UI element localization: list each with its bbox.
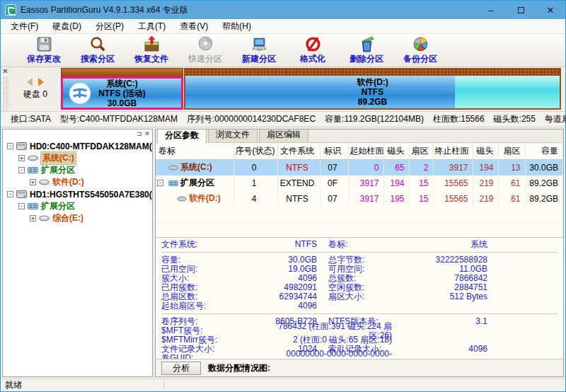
tree-item-system-c[interactable]: + 系统(C:) (6, 152, 152, 164)
col-start-head: 磁头 (383, 143, 409, 160)
format-button[interactable]: 格式化 (291, 35, 335, 65)
collapse-icon[interactable]: - (7, 143, 13, 149)
menu-partition[interactable]: 分区(P) (88, 19, 131, 34)
table-header-row: 卷标 序号(状态) 文件系统 标识 起始柱面 磁头 扇区 终止柱面 磁头 扇区 … (156, 143, 563, 160)
disk-nav: 硬盘 0 (10, 67, 61, 111)
extended-region-cap (185, 68, 560, 76)
disk-icon (16, 190, 27, 198)
device-tree-panel: ⊐ ✕ - HD0:C400-MTFDDAK128MAM(119 + 系统(C:… (2, 129, 153, 377)
partition-icon (39, 179, 50, 185)
disk-panel-grip[interactable]: ✕ (1, 67, 10, 111)
col-end-head: 磁头 (473, 143, 498, 160)
disk-panel-close-icon[interactable]: ✕ (2, 68, 8, 75)
partition-icon (168, 165, 178, 171)
col-seq-status: 序号(状态) (233, 143, 277, 160)
tree-item-extended-hd0[interactable]: - 扩展分区 (6, 164, 152, 176)
recover-files-button[interactable]: 恢复文件 (129, 35, 173, 65)
maximize-button[interactable] (506, 1, 536, 19)
menu-disk[interactable]: 硬盘(D) (45, 19, 88, 34)
drag-handle[interactable] (4, 77, 7, 111)
table-row-empty (156, 207, 563, 222)
analyze-button[interactable]: 分析 (161, 362, 201, 375)
panel-close-icon[interactable]: ✕ (144, 130, 150, 139)
minimize-button[interactable]: – (476, 1, 506, 19)
status-text: 就绪 (5, 379, 22, 391)
col-start-cyl: 起始柱面 (348, 143, 383, 160)
col-end-sector: 扇区 (498, 143, 525, 160)
toolbar: 保存更改 搜索分区 恢复文件 快速分区 新建分区 格式化 删除分区 备份分区 (1, 34, 565, 67)
collapse-icon[interactable]: - (18, 167, 25, 173)
detail-label: 起始扇区号: (161, 301, 262, 311)
delete-partition-icon (358, 35, 376, 53)
detail-value: 4096 (262, 301, 317, 311)
detail-value: 512 Bytes (406, 292, 487, 301)
new-partition-button[interactable]: 新建分区 (237, 35, 281, 65)
expand-icon[interactable]: + (30, 215, 36, 221)
close-button[interactable]: ✕ (536, 1, 565, 19)
detail-value: NTFS (262, 240, 317, 249)
tree-item-general-e[interactable]: + 综合(E:) (6, 212, 152, 224)
tab-sector-edit[interactable]: 扇区编辑 (259, 129, 308, 142)
collapse-icon[interactable]: - (18, 203, 25, 209)
menu-tools[interactable]: 工具(T) (131, 19, 173, 34)
partition-d-fs: NTFS (185, 87, 560, 97)
delete-partition-button[interactable]: 删除分区 (345, 35, 388, 65)
expand-icon[interactable]: + (30, 179, 36, 185)
detail-value: 4096 (406, 345, 487, 354)
partition-icon (177, 196, 187, 202)
disk-bar: 系统(C:) NTFS (活动) 30.0GB 软件(D:) NTFS 89.2… (61, 67, 565, 111)
backup-partition-button[interactable]: 备份分区 (398, 35, 442, 65)
tab-browse-files[interactable]: 浏览文件 (208, 129, 258, 142)
analyze-row: 分析 数据分配情况图: (156, 359, 563, 376)
allocation-map-label: 数据分配情况图: (208, 362, 270, 374)
save-changes-icon (35, 35, 53, 53)
detail-value: 系统 (406, 240, 487, 249)
divider (161, 313, 558, 314)
tree-item-extended-hd1[interactable]: - 扩展分区 (6, 200, 152, 212)
window-title: Eassos PartitionGuru V4.9.1.334 x64 专业版 (21, 4, 476, 16)
panel-float-icon[interactable]: ⊐ (137, 130, 142, 139)
maximize-icon (518, 7, 524, 13)
disk-interface: 接口:SATA (11, 113, 51, 125)
col-volume-label: 卷标 (156, 143, 233, 160)
partition-block-c[interactable]: 系统(C:) NTFS (活动) 30.0GB (61, 76, 183, 110)
partition-detail-panel: 分区参数 浏览文件 扇区编辑 卷标 序号(状态) 文件系统 标识 起始柱面 磁头 (155, 129, 564, 377)
table-row-software-d[interactable]: 软件(D:) 4 NTFS 07 3917 195 15 15565 219 6… (156, 191, 563, 207)
search-partition-button[interactable]: 搜索分区 (76, 35, 120, 65)
menu-help[interactable]: 帮助(H) (215, 19, 258, 34)
disk-heads: 磁头数:255 (494, 113, 536, 125)
quick-partition-button[interactable]: 快速分区 (183, 35, 227, 65)
partition-block-d[interactable]: 软件(D:) NTFS 89.2GB (185, 76, 560, 108)
extended-partition-group: 软件(D:) NTFS 89.2GB (184, 68, 561, 110)
collapse-icon[interactable]: - (7, 191, 13, 197)
collapse-icon[interactable]: - (157, 180, 163, 186)
new-partition-icon (250, 35, 268, 53)
table-row-system-c[interactable]: 系统(C:) 0 NTFS 07 0 65 2 3917 194 13 30.0… (156, 160, 563, 175)
menu-view[interactable]: 查看(V) (173, 19, 215, 34)
detail-value: 00000000-0000-0000-0000-000000000000 (262, 350, 392, 359)
tree-item-software-d[interactable]: + 软件(D:) (6, 176, 152, 188)
tree-item-hd0[interactable]: - HD0:C400-MTFDDAK128MAM(119 (6, 140, 152, 152)
col-id: 标识 (320, 143, 348, 160)
expand-icon[interactable]: + (18, 155, 25, 161)
menu-file[interactable]: 文件(F) (4, 19, 45, 34)
format-icon (304, 35, 322, 53)
partition-table: 卷标 序号(状态) 文件系统 标识 起始柱面 磁头 扇区 终止柱面 磁头 扇区 … (156, 143, 563, 237)
prev-disk-arrow-icon[interactable] (27, 78, 33, 86)
table-row-extended[interactable]: -扩展分区 1 EXTEND 0F 3917 194 15 15565 219 … (156, 175, 563, 191)
disk-serial: 序列号:0000000014230DCAF8EC (187, 113, 316, 125)
detail-value: 3.1 (406, 317, 487, 326)
detail-label: 卷标: (328, 240, 406, 249)
tab-partition-params[interactable]: 分区参数 (157, 129, 207, 143)
col-start-sector: 扇区 (409, 143, 433, 160)
detail-label: 扇区大小: (328, 292, 406, 301)
tree-item-hd1[interactable]: - HD1:HGSTHTS545050A7E380(46 (6, 188, 152, 200)
partition-c-name: 系统(C:) (63, 79, 181, 88)
disk-cylinders: 柱面数:15566 (433, 113, 485, 125)
primary-region-cap (61, 68, 183, 76)
save-changes-button[interactable]: 保存更改 (22, 35, 66, 65)
next-disk-arrow-icon[interactable] (38, 78, 44, 86)
quick-partition-icon (197, 35, 214, 53)
partition-icon (39, 215, 50, 221)
disk-sectors-per-track: 每道扇区数:63 (545, 113, 566, 125)
